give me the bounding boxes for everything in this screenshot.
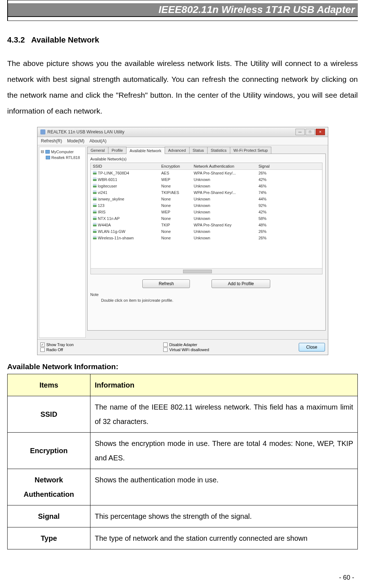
list-row[interactable]: WBR-6011WEPUnknown42% [91,176,322,183]
note-label: Note [90,292,322,297]
tab-bar: General Profile Available Network Advanc… [87,147,326,154]
menubar: Refresh(R) Mode(M) About(A) [37,137,328,145]
close-button[interactable]: Close [299,343,325,352]
item-cell: SSID [8,396,90,433]
list-row[interactable]: W440ATKIPWPA Pre-Shared Key48% [91,222,322,228]
window-title: REALTEK 11n USB Wireless LAN Utility [48,129,125,134]
signal-icon [93,184,97,187]
signal-icon [93,229,97,233]
show-tray-label: Show Tray Icon [46,342,74,347]
table-row: SSIDThe name of the IEEE 802.11 wireless… [8,396,358,433]
list-row[interactable]: isnwey_skylineNoneUnknown44% [91,196,322,202]
signal-icon [93,236,97,239]
table-row: TypeThe type of network and the station … [8,527,358,549]
list-row[interactable]: NTX 11n APNoneUnknown58% [91,215,322,222]
section-title: Available Network [31,35,99,44]
section-heading: 4.3.2 Available Network [7,35,358,45]
item-cell: Signal [8,505,90,527]
description-cell: This percentage shows the strength of th… [90,505,358,527]
minimize-button[interactable]: — [295,129,305,135]
item-cell: Encryption [8,433,90,469]
col-encryption[interactable]: Encryption [161,164,194,168]
list-rows-container: TP-LINK_7608D4AESWPA Pre-Shared Key/...2… [91,170,322,268]
document-header-title: IEEE802.11n Wireless 1T1R USB Adapter [8,3,358,17]
computer-icon [45,150,50,154]
main-panel: General Profile Available Network Advanc… [87,145,328,339]
list-row[interactable]: WLAN-11g-GWNoneUnknown26% [91,228,322,235]
horizontal-scrollbar[interactable] [91,268,322,274]
virtual-wifi-label: Virtual WiFi disallowed [169,348,209,352]
list-row[interactable]: TP-LINK_7608D4AESWPA Pre-Shared Key/...2… [91,170,322,176]
device-tree[interactable]: ⊟ MyComputer Realtek RTL818 [39,147,86,338]
th-items: Items [8,374,90,396]
radio-off-checkbox[interactable]: Radio Off [40,348,74,352]
checkbox-icon [163,348,168,352]
th-information: Information [90,374,358,396]
tab-general[interactable]: General [87,147,108,154]
checkbox-checked-icon: ✓ [40,342,45,347]
signal-icon [93,197,97,200]
titlebar: REALTEK 11n USB Wireless LAN Utility — □… [37,127,328,137]
checkbox-icon [40,348,45,352]
tab-wps[interactable]: Wi-Fi Protect Setup [230,147,271,154]
add-to-profile-button[interactable]: Add to Profile [212,279,270,288]
description-cell: The type of network and the station curr… [90,527,358,549]
disable-adapter-label: Disable Adapter [169,342,197,347]
list-row[interactable]: Wireless-11n-shawnNoneUnknown26% [91,235,322,241]
section-number: 4.3.2 [7,35,25,44]
adapter-icon [46,156,50,159]
table-row: SignalThis percentage shows the strength… [8,505,358,527]
tree-root[interactable]: ⊟ MyComputer [41,149,84,155]
tab-profile[interactable]: Profile [108,147,126,154]
signal-icon [93,210,97,213]
menu-about[interactable]: About(A) [89,138,106,143]
radio-off-label: Radio Off [46,348,63,352]
signal-icon [93,190,97,194]
maximize-button[interactable]: □ [306,129,315,135]
signal-icon [93,171,97,174]
disable-adapter-checkbox[interactable]: Disable Adapter [163,342,209,347]
network-list[interactable]: SSID Encryption Network Authentication S… [90,163,322,274]
refresh-button[interactable]: Refresh [142,279,190,288]
description-cell: Shows the encryption mode in use. There … [90,433,358,469]
description-cell: The name of the IEEE 802.11 wireless net… [90,396,358,433]
list-row[interactable]: vi241TKIP/AESWPA Pre-Shared Key/...74% [91,189,322,196]
tree-root-label: MyComputer [51,150,74,154]
note-text: Double click on item to join/create prof… [101,298,322,302]
tab-available-network[interactable]: Available Network [126,147,165,154]
tree-child-label: Realtek RTL818 [52,155,80,160]
signal-icon [93,203,97,207]
checkbox-icon [163,342,168,347]
signal-icon [93,223,97,226]
table-row: EncryptionShows the encryption mode in u… [8,433,358,469]
info-heading: Available Network Information: [7,362,358,371]
window-buttons: — □ ✕ [295,129,325,135]
page-number: - 60 - [339,574,354,582]
tab-status[interactable]: Status [189,147,208,154]
utility-window: REALTEK 11n USB Wireless LAN Utility — □… [37,127,328,355]
menu-mode[interactable]: Mode(M) [67,138,84,143]
tab-advanced[interactable]: Advanced [165,147,190,154]
col-auth[interactable]: Network Authentication [194,164,259,168]
bottom-bar: ✓ Show Tray Icon Radio Off Disable Adapt… [37,339,328,355]
show-tray-checkbox[interactable]: ✓ Show Tray Icon [40,342,74,347]
tab-statistics[interactable]: Statistics [207,147,230,154]
body-paragraph: The above picture shows you the availabl… [7,56,358,119]
signal-icon [93,216,97,220]
virtual-wifi-checkbox[interactable]: Virtual WiFi disallowed [163,348,209,352]
col-signal[interactable]: Signal [259,164,280,168]
item-cell: Type [8,527,90,549]
app-icon [40,129,45,134]
list-row[interactable]: 123NoneUnknown92% [91,202,322,209]
item-cell: Network Authentication [8,469,90,505]
col-ssid[interactable]: SSID [93,164,161,168]
tree-child[interactable]: Realtek RTL818 [46,155,84,160]
list-row[interactable]: logitecuserNoneUnknown46% [91,183,322,189]
header-band: IEEE802.11n Wireless 1T1R USB Adapter [7,0,358,21]
close-window-button[interactable]: ✕ [316,129,325,135]
menu-refresh[interactable]: Refresh(R) [41,138,62,143]
table-row: Network AuthenticationShows the authenti… [8,469,358,505]
list-header: SSID Encryption Network Authentication S… [91,163,322,170]
info-table: Items Information SSIDThe name of the IE… [7,374,358,549]
list-row[interactable]: IRISWEPUnknown42% [91,209,322,215]
